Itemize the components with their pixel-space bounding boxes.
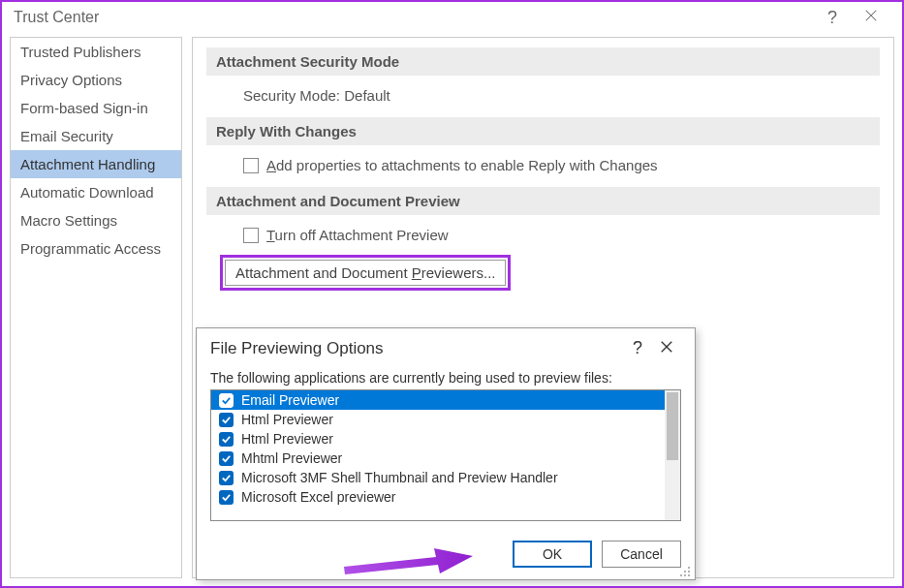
checkbox-icon[interactable] [219, 432, 234, 447]
resize-grip-icon [679, 566, 691, 577]
close-button[interactable] [852, 9, 890, 26]
checkbox-reply-changes[interactable]: Add properties to attachments to enable … [243, 157, 880, 173]
previewer-listbox[interactable]: Email Previewer Html Previewer Html Prev… [210, 389, 681, 521]
svg-point-2 [688, 571, 690, 573]
sidebar-item-programmatic-access[interactable]: Programmatic Access [11, 234, 181, 263]
checkbox-turnoff-preview[interactable]: Turn off Attachment Preview [243, 227, 880, 243]
security-mode-value: Security Mode: Default [206, 87, 880, 117]
list-item[interactable]: Mhtml Previewer [211, 449, 680, 468]
dialog-close-button[interactable] [652, 340, 681, 357]
checkbox-icon[interactable] [219, 451, 234, 466]
sidebar-item-automatic-download[interactable]: Automatic Download [11, 178, 181, 206]
list-item-label: Html Previewer [241, 412, 333, 427]
help-button[interactable]: ? [813, 8, 852, 28]
section-header-reply-changes: Reply With Changes [206, 117, 880, 145]
dialog-description: The following applications are currently… [210, 370, 681, 386]
resize-grip[interactable] [679, 564, 691, 575]
checkbox-icon [243, 158, 259, 173]
checkbox-icon[interactable] [219, 471, 234, 485]
list-item[interactable]: Html Previewer [211, 410, 680, 429]
svg-point-5 [688, 574, 690, 576]
sidebar-item-attachment-handling[interactable]: Attachment Handling [11, 150, 181, 178]
checkbox-icon[interactable] [219, 490, 234, 505]
sidebar-item-trusted-publishers[interactable]: Trusted Publishers [11, 38, 181, 66]
section-header-preview: Attachment and Document Preview [206, 187, 880, 215]
dialog-help-button[interactable]: ? [623, 338, 652, 358]
file-previewing-dialog: File Previewing Options ? The following … [196, 327, 696, 580]
checkbox-reply-changes-label: Add properties to attachments to enable … [266, 157, 658, 173]
sidebar: Trusted Publishers Privacy Options Form-… [10, 37, 182, 578]
checkbox-icon [243, 228, 259, 243]
checkbox-icon[interactable] [219, 413, 234, 427]
window-title: Trust Center [14, 9, 813, 26]
scrollbar-thumb[interactable] [667, 392, 678, 460]
scrollbar[interactable] [665, 390, 680, 520]
sidebar-item-email-security[interactable]: Email Security [11, 122, 181, 150]
list-item[interactable]: Microsoft 3MF Shell Thumbnail and Previe… [211, 468, 680, 487]
list-item-label: Microsoft Excel previewer [241, 489, 396, 505]
list-item-label: Email Previewer [241, 392, 339, 408]
previewers-button[interactable]: Attachment and Document Previewers... [225, 260, 506, 286]
dialog-title: File Previewing Options [210, 339, 623, 358]
svg-point-3 [680, 574, 682, 576]
sidebar-item-privacy-options[interactable]: Privacy Options [11, 66, 181, 94]
list-item-label: Microsoft 3MF Shell Thumbnail and Previe… [241, 470, 558, 485]
sidebar-item-macro-settings[interactable]: Macro Settings [11, 206, 181, 234]
list-item[interactable]: Html Previewer [211, 429, 680, 449]
list-item-label: Mhtml Previewer [241, 450, 342, 466]
ok-button[interactable]: OK [513, 541, 592, 568]
section-header-security-mode: Attachment Security Mode [206, 47, 880, 76]
svg-point-4 [684, 574, 686, 576]
close-icon [864, 9, 878, 22]
list-item[interactable]: Email Previewer [211, 390, 680, 410]
svg-point-1 [684, 571, 686, 573]
checkbox-icon[interactable] [219, 393, 234, 408]
sidebar-item-form-signin[interactable]: Form-based Sign-in [11, 94, 181, 122]
highlight-annotation: Attachment and Document Previewers... [220, 255, 511, 291]
checkbox-turnoff-preview-label: Turn off Attachment Preview [266, 227, 449, 243]
list-item-label: Html Previewer [241, 431, 333, 447]
close-icon [660, 340, 673, 354]
cancel-button[interactable]: Cancel [602, 541, 681, 568]
svg-point-0 [688, 567, 690, 569]
titlebar: Trust Center ? [2, 2, 902, 33]
list-item[interactable]: Microsoft Excel previewer [211, 487, 680, 507]
